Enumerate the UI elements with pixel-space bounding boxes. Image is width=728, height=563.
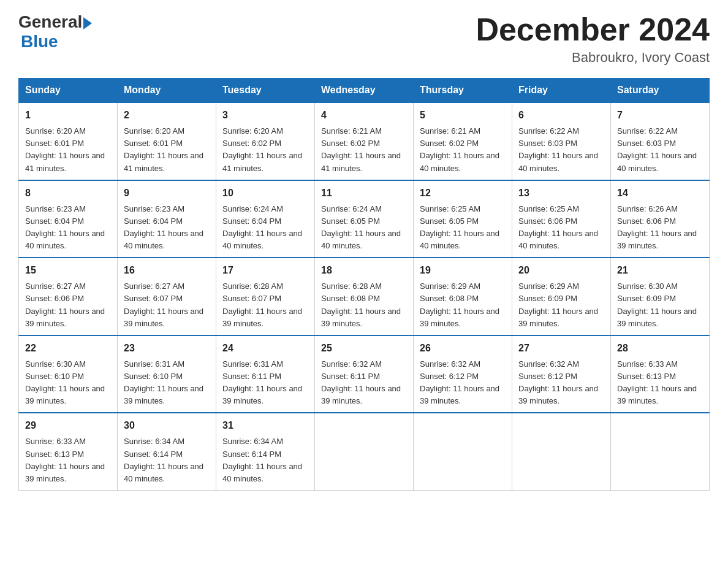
day-number: 8	[25, 186, 111, 201]
day-number: 27	[518, 341, 604, 356]
day-number: 31	[222, 418, 308, 433]
day-info: Sunrise: 6:32 AMSunset: 6:11 PMDaylight:…	[321, 359, 401, 405]
calendar-cell: 15Sunrise: 6:27 AMSunset: 6:06 PMDayligh…	[19, 258, 118, 335]
day-number: 11	[321, 186, 407, 201]
day-number: 9	[124, 186, 210, 201]
calendar-cell: 26Sunrise: 6:32 AMSunset: 6:12 PMDayligh…	[414, 335, 512, 413]
page-header: General Blue December 2024 Babroukro, Iv…	[18, 12, 710, 66]
day-number: 30	[124, 418, 210, 433]
calendar-cell: 19Sunrise: 6:29 AMSunset: 6:08 PMDayligh…	[414, 258, 512, 335]
calendar-cell: 13Sunrise: 6:25 AMSunset: 6:06 PMDayligh…	[512, 180, 611, 258]
title-section: December 2024 Babroukro, Ivory Coast	[476, 12, 710, 66]
calendar-cell: 1Sunrise: 6:20 AMSunset: 6:01 PMDaylight…	[19, 102, 118, 180]
column-header-sunday: Sunday	[19, 79, 118, 103]
day-info: Sunrise: 6:30 AMSunset: 6:09 PMDaylight:…	[617, 282, 697, 327]
calendar-cell: 14Sunrise: 6:26 AMSunset: 6:06 PMDayligh…	[611, 180, 710, 258]
day-number: 14	[617, 186, 703, 201]
day-number: 17	[222, 263, 308, 278]
column-header-monday: Monday	[118, 79, 216, 103]
day-number: 1	[25, 108, 111, 123]
month-title: December 2024	[476, 12, 710, 47]
day-number: 26	[420, 341, 506, 356]
week-row-4: 22Sunrise: 6:30 AMSunset: 6:10 PMDayligh…	[19, 335, 710, 413]
column-header-saturday: Saturday	[611, 79, 710, 103]
day-number: 6	[518, 108, 604, 123]
calendar-cell: 16Sunrise: 6:27 AMSunset: 6:07 PMDayligh…	[118, 258, 216, 335]
day-info: Sunrise: 6:31 AMSunset: 6:11 PMDaylight:…	[222, 359, 302, 405]
column-header-friday: Friday	[512, 79, 611, 103]
calendar-cell	[512, 413, 611, 490]
day-info: Sunrise: 6:28 AMSunset: 6:08 PMDaylight:…	[321, 282, 401, 327]
day-number: 3	[222, 108, 308, 123]
day-number: 7	[617, 108, 703, 123]
day-info: Sunrise: 6:22 AMSunset: 6:03 PMDaylight:…	[518, 126, 598, 172]
calendar-cell: 5Sunrise: 6:21 AMSunset: 6:02 PMDaylight…	[414, 102, 512, 180]
day-number: 19	[420, 263, 506, 278]
day-info: Sunrise: 6:23 AMSunset: 6:04 PMDaylight:…	[25, 204, 105, 250]
day-info: Sunrise: 6:27 AMSunset: 6:06 PMDaylight:…	[25, 282, 105, 327]
logo-general-text: General	[18, 12, 82, 32]
day-info: Sunrise: 6:25 AMSunset: 6:06 PMDaylight:…	[518, 204, 598, 250]
calendar-cell: 23Sunrise: 6:31 AMSunset: 6:10 PMDayligh…	[118, 335, 216, 413]
column-header-thursday: Thursday	[414, 79, 512, 103]
header-row: SundayMondayTuesdayWednesdayThursdayFrid…	[19, 79, 710, 103]
day-number: 20	[518, 263, 604, 278]
day-number: 18	[321, 263, 407, 278]
calendar-cell: 18Sunrise: 6:28 AMSunset: 6:08 PMDayligh…	[315, 258, 414, 335]
calendar-cell: 31Sunrise: 6:34 AMSunset: 6:14 PMDayligh…	[216, 413, 315, 490]
day-number: 2	[124, 108, 210, 123]
day-info: Sunrise: 6:24 AMSunset: 6:04 PMDaylight:…	[222, 204, 302, 250]
day-info: Sunrise: 6:32 AMSunset: 6:12 PMDaylight:…	[518, 359, 598, 405]
day-info: Sunrise: 6:34 AMSunset: 6:14 PMDaylight:…	[124, 437, 203, 483]
calendar-cell: 27Sunrise: 6:32 AMSunset: 6:12 PMDayligh…	[512, 335, 611, 413]
calendar-cell: 9Sunrise: 6:23 AMSunset: 6:04 PMDaylight…	[118, 180, 216, 258]
day-number: 25	[321, 341, 407, 356]
calendar-cell: 12Sunrise: 6:25 AMSunset: 6:05 PMDayligh…	[414, 180, 512, 258]
week-row-5: 29Sunrise: 6:33 AMSunset: 6:13 PMDayligh…	[19, 413, 710, 490]
week-row-3: 15Sunrise: 6:27 AMSunset: 6:06 PMDayligh…	[19, 258, 710, 335]
day-number: 5	[420, 108, 506, 123]
calendar-cell: 30Sunrise: 6:34 AMSunset: 6:14 PMDayligh…	[118, 413, 216, 490]
calendar-cell: 3Sunrise: 6:20 AMSunset: 6:02 PMDaylight…	[216, 102, 315, 180]
day-info: Sunrise: 6:25 AMSunset: 6:05 PMDaylight:…	[420, 204, 499, 250]
calendar-cell: 17Sunrise: 6:28 AMSunset: 6:07 PMDayligh…	[216, 258, 315, 335]
day-number: 28	[617, 341, 703, 356]
calendar-cell: 7Sunrise: 6:22 AMSunset: 6:03 PMDaylight…	[611, 102, 710, 180]
calendar-cell	[611, 413, 710, 490]
day-info: Sunrise: 6:29 AMSunset: 6:08 PMDaylight:…	[420, 282, 499, 327]
week-row-2: 8Sunrise: 6:23 AMSunset: 6:04 PMDaylight…	[19, 180, 710, 258]
calendar-cell	[315, 413, 414, 490]
calendar-cell: 6Sunrise: 6:22 AMSunset: 6:03 PMDaylight…	[512, 102, 611, 180]
day-number: 21	[617, 263, 703, 278]
day-info: Sunrise: 6:20 AMSunset: 6:01 PMDaylight:…	[124, 126, 203, 172]
day-info: Sunrise: 6:34 AMSunset: 6:14 PMDaylight:…	[222, 437, 302, 483]
day-info: Sunrise: 6:27 AMSunset: 6:07 PMDaylight:…	[124, 282, 203, 327]
logo-arrow-icon	[83, 17, 92, 29]
calendar-cell: 25Sunrise: 6:32 AMSunset: 6:11 PMDayligh…	[315, 335, 414, 413]
day-info: Sunrise: 6:31 AMSunset: 6:10 PMDaylight:…	[124, 359, 203, 405]
calendar-cell: 20Sunrise: 6:29 AMSunset: 6:09 PMDayligh…	[512, 258, 611, 335]
day-info: Sunrise: 6:23 AMSunset: 6:04 PMDaylight:…	[124, 204, 203, 250]
column-header-wednesday: Wednesday	[315, 79, 414, 103]
location-text: Babroukro, Ivory Coast	[476, 50, 710, 66]
day-info: Sunrise: 6:21 AMSunset: 6:02 PMDaylight:…	[420, 126, 499, 172]
day-number: 15	[25, 263, 111, 278]
day-info: Sunrise: 6:32 AMSunset: 6:12 PMDaylight:…	[420, 359, 499, 405]
calendar-cell	[414, 413, 512, 490]
day-info: Sunrise: 6:33 AMSunset: 6:13 PMDaylight:…	[25, 437, 105, 483]
calendar-cell: 4Sunrise: 6:21 AMSunset: 6:02 PMDaylight…	[315, 102, 414, 180]
day-number: 12	[420, 186, 506, 201]
calendar-cell: 29Sunrise: 6:33 AMSunset: 6:13 PMDayligh…	[19, 413, 118, 490]
calendar-cell: 2Sunrise: 6:20 AMSunset: 6:01 PMDaylight…	[118, 102, 216, 180]
day-number: 10	[222, 186, 308, 201]
calendar-cell: 24Sunrise: 6:31 AMSunset: 6:11 PMDayligh…	[216, 335, 315, 413]
day-info: Sunrise: 6:26 AMSunset: 6:06 PMDaylight:…	[617, 204, 697, 250]
day-info: Sunrise: 6:29 AMSunset: 6:09 PMDaylight:…	[518, 282, 598, 327]
day-info: Sunrise: 6:21 AMSunset: 6:02 PMDaylight:…	[321, 126, 401, 172]
day-number: 16	[124, 263, 210, 278]
day-number: 29	[25, 418, 111, 433]
day-info: Sunrise: 6:30 AMSunset: 6:10 PMDaylight:…	[25, 359, 105, 405]
calendar-table: SundayMondayTuesdayWednesdayThursdayFrid…	[18, 78, 710, 491]
logo: General Blue	[18, 12, 92, 52]
day-info: Sunrise: 6:33 AMSunset: 6:13 PMDaylight:…	[617, 359, 697, 405]
